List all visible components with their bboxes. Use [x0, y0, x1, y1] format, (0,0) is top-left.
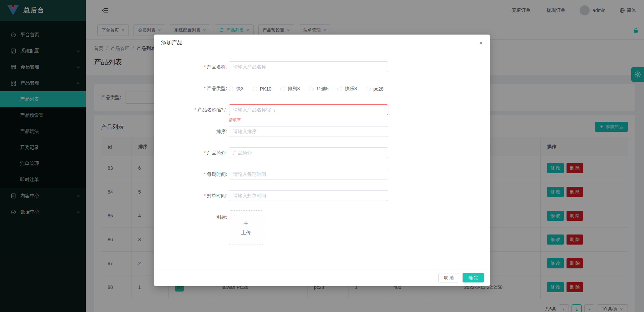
cancel-button[interactable]: 取 消	[438, 273, 459, 282]
radio-icon	[366, 87, 371, 91]
field-product-intro: *产品简介:	[154, 147, 490, 158]
field-product-name: *产品名称:	[154, 61, 490, 72]
field-sort: 排序:	[154, 126, 490, 137]
field-icon-upload: 图标:	[154, 212, 490, 222]
field-label: *封单时间:	[154, 190, 227, 201]
period-time-input[interactable]	[229, 169, 388, 179]
required-mark: *	[204, 64, 206, 69]
seal-time-input[interactable]	[229, 190, 388, 201]
radio-pk10[interactable]: PK10	[253, 86, 271, 92]
product-intro-input[interactable]	[229, 147, 388, 158]
required-mark: *	[204, 86, 206, 91]
required-mark: *	[204, 171, 206, 177]
dialog-footer: 取 消 确 定	[154, 269, 490, 286]
confirm-button[interactable]: 确 定	[463, 273, 484, 282]
dialog-title: 添加产品	[161, 39, 182, 46]
field-label: *每期时间:	[154, 169, 227, 179]
radio-icon	[229, 87, 233, 91]
field-label: *产品类型:	[154, 84, 227, 93]
field-label: 图标:	[154, 212, 227, 222]
field-period-time: *每期时间:	[154, 169, 490, 179]
radio-icon	[337, 87, 342, 91]
product-type-radio-group: 快3 PK10 排列3 11选5 快乐8 pc28	[229, 84, 383, 94]
close-icon[interactable]: ×	[479, 40, 483, 46]
dialog-header: 添加产品 ×	[154, 35, 490, 51]
radio-icon	[309, 87, 314, 91]
upload-label: 上传	[241, 230, 251, 236]
field-product-abbr: *产品名称缩写:	[154, 104, 490, 115]
required-mark: *	[204, 193, 206, 198]
field-seal-time: *封单时间:	[154, 190, 490, 201]
field-label: *产品名称缩写:	[154, 104, 227, 115]
field-label: *产品简介:	[154, 147, 227, 158]
radio-kuai3[interactable]: 快3	[229, 86, 244, 92]
product-abbr-input[interactable]	[229, 104, 388, 115]
radio-pailie3[interactable]: 排列3	[280, 86, 300, 92]
product-name-input[interactable]	[229, 61, 388, 72]
radio-kuaile8[interactable]: 快乐8	[337, 86, 357, 92]
radio-icon	[280, 87, 285, 91]
required-mark: *	[195, 107, 196, 112]
plus-icon: +	[244, 220, 248, 227]
validation-error: 请填写	[229, 117, 241, 123]
field-product-type: *产品类型: 快3 PK10 排列3 11选5 快乐8 pc28	[154, 84, 490, 94]
field-label: *产品名称:	[154, 61, 227, 72]
radio-pc28[interactable]: pc28	[366, 86, 383, 92]
field-label: 排序:	[154, 126, 227, 137]
required-mark: *	[204, 150, 206, 155]
radio-11x5[interactable]: 11选5	[309, 86, 328, 92]
radio-icon	[253, 87, 257, 91]
sort-input[interactable]	[229, 126, 388, 137]
add-product-dialog: 添加产品 × *产品名称: *产品类型: 快3 PK10 排列3 11选5 快乐…	[154, 35, 490, 286]
icon-upload-box[interactable]: + 上传	[229, 210, 263, 245]
